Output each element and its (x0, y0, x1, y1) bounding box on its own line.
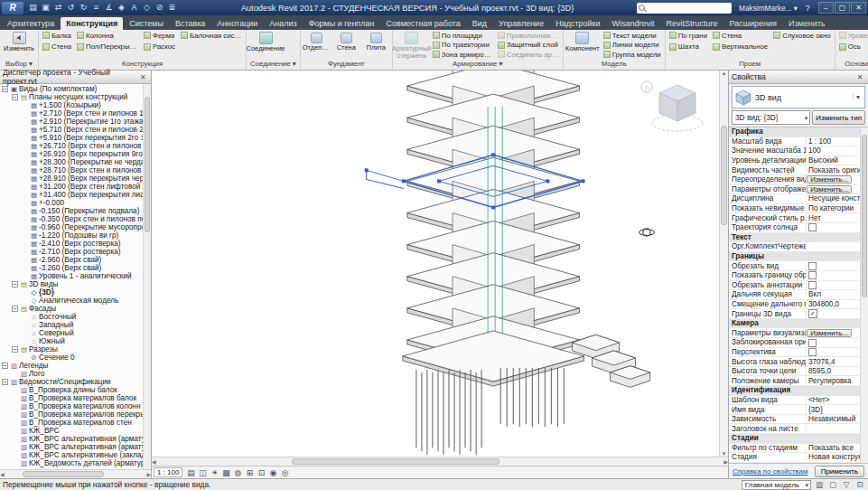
maximize-button[interactable]: ▢ (835, 2, 850, 14)
property-value[interactable] (807, 223, 868, 231)
tree-item[interactable]: +5.710 (Верх стен и пилонов 2го этажа) (0, 126, 151, 134)
viewcube[interactable]: ⌂ (639, 78, 708, 143)
property-value[interactable]: Изменить... (807, 185, 852, 193)
property-value[interactable]: Нет (807, 214, 868, 222)
tree-expander[interactable]: − (12, 306, 18, 312)
close-icon[interactable]: ✕ (854, 73, 865, 81)
tree-item[interactable]: +28.710 (Верх стен и пилонов чердака) (0, 166, 151, 174)
ribbon-tab[interactable]: Надстройки (550, 17, 605, 30)
tree-item[interactable]: − Фасады (0, 305, 151, 313)
tree-item[interactable]: − Легенды (0, 362, 151, 370)
tree-item[interactable]: − Планы несущих конструкций (0, 93, 151, 101)
crop-view-icon[interactable]: ⊞ (244, 467, 255, 478)
tree-item[interactable]: +2.710 (Верх стен и пилонов 1го этажа) (0, 109, 151, 118)
panel-footer-connection[interactable]: Соединение ▾ (248, 60, 298, 70)
property-value[interactable]: Показать все (807, 444, 868, 452)
tree-item[interactable]: +28.300 (Перекрытие не чердаке) (0, 158, 151, 166)
render-icon[interactable]: ◍ (232, 467, 243, 478)
tree-item[interactable]: {3D} (0, 288, 151, 297)
editable-only-icon[interactable]: ▢ (827, 480, 838, 489)
opening-tool-button[interactable]: По грани (667, 31, 709, 41)
sync-icon[interactable]: ⇄ (52, 2, 64, 14)
structure-tool-button[interactable]: Ферма (142, 31, 177, 41)
tree-item[interactable]: Сечение 0 (0, 353, 151, 362)
thin-lines-icon[interactable]: ≣ (166, 2, 178, 14)
undo-icon[interactable]: ↺ (65, 2, 77, 14)
foundation-tool-button[interactable]: Плита (362, 31, 390, 60)
tree-item[interactable]: В_Проверка длины балок (0, 386, 151, 394)
measure-icon[interactable]: ∡ (103, 2, 115, 14)
edit-type-button[interactable]: Изменить тип (812, 110, 865, 125)
tree-item[interactable]: +28.910 (Верх перекрытия чердака) (0, 174, 151, 183)
property-value[interactable]: 8595,0 (807, 367, 868, 375)
datum-tool-button[interactable]: Ось (837, 42, 868, 52)
tree-item[interactable]: Восточный (0, 313, 151, 321)
default-3d-view-icon[interactable]: ◇ (141, 2, 153, 14)
tag-icon[interactable]: ◈ (116, 2, 127, 14)
property-value[interactable]: Независимый (807, 415, 868, 423)
ribbon-tab[interactable]: Изменить (783, 17, 831, 30)
ribbon-tab[interactable]: Формы и генплан (303, 17, 380, 30)
tree-item[interactable]: -0.960 (Перекрытие мусоропровода) (0, 223, 151, 231)
reveal-hidden-icon[interactable]: ◎ (279, 467, 290, 478)
print-icon[interactable]: ≡ (90, 2, 102, 14)
property-value[interactable] (807, 309, 868, 318)
tree-item[interactable]: -3.260 (Верх свай) (0, 264, 151, 272)
property-value[interactable]: Изменить... (807, 329, 852, 337)
ribbon-tab[interactable]: Wisandrevit (607, 17, 660, 30)
tree-item[interactable]: -2.410 (Верх ростверка) (0, 240, 151, 248)
property-value[interactable]: Высокий (807, 156, 868, 165)
component-button[interactable]: Компонент (565, 31, 600, 60)
tree-expander[interactable]: − (2, 86, 8, 92)
text-icon[interactable]: A (128, 2, 140, 14)
ribbon-tab[interactable]: Анализ (264, 17, 302, 30)
tree-item[interactable]: +-0.000 (0, 199, 151, 207)
model-tool-button[interactable]: Линии модели (602, 41, 663, 51)
tree-item[interactable]: -0.150 (Перекрытие подвала) (0, 207, 151, 215)
tree-item[interactable]: +26.710 (Верх стен и пилонов 9го этажа) (0, 142, 151, 150)
select-toggle-icon[interactable]: ⊡ (854, 480, 865, 489)
property-value[interactable] (807, 338, 868, 346)
model-tool-button[interactable]: Текст модели (602, 31, 663, 41)
help-icon[interactable]: ? (801, 4, 814, 13)
tree-item[interactable]: +26.910 (Верх перекрытия 9го этажа) (0, 150, 151, 158)
tree-item[interactable]: Южный (0, 337, 151, 345)
structure-tool-button[interactable]: Раскос (142, 42, 177, 52)
ribbon-tab[interactable]: Аннотации (211, 17, 263, 30)
tree-item[interactable]: +31.200 (Верх стен лифтовой шахты) (0, 183, 151, 191)
structure-tool-button[interactable]: Колонна (75, 31, 140, 41)
ribbon-tab[interactable]: Конструкция (61, 17, 123, 30)
tree-item[interactable]: +5.910 (Верх перекрытия 2го этажа) (0, 134, 151, 142)
ribbon-tab[interactable]: Архитектура (2, 17, 60, 30)
property-value[interactable]: Показать оригинал (807, 166, 868, 174)
apply-button[interactable]: Применить (815, 466, 864, 477)
property-value[interactable] (807, 348, 868, 356)
tree-item[interactable]: +2.910 (Перекрытие 1го этажа) (0, 118, 151, 126)
tree-expander[interactable]: − (12, 281, 18, 287)
property-value[interactable]: 304800,0 (807, 300, 868, 308)
browser-vertical-scrollbar[interactable] (143, 84, 151, 469)
tree-item[interactable]: +1.500 (Козырьки) (0, 101, 151, 109)
sun-path-icon[interactable]: ☀ (209, 467, 219, 478)
property-value[interactable]: {3D} (807, 406, 868, 414)
tree-item[interactable]: -2.710 (Верх ростверка) (0, 248, 151, 256)
tree-item[interactable]: В_Проверка материалов перекрытий (0, 410, 151, 419)
close-button[interactable]: ✕ (851, 2, 866, 14)
tree-item[interactable]: Уровень 1 - аналитический (0, 272, 151, 280)
opening-tool-button[interactable]: Вертикальное (711, 42, 770, 52)
redo-icon[interactable]: ↻ (78, 2, 89, 14)
opening-tool-button[interactable]: Шахта (667, 42, 709, 52)
properties-help-link[interactable]: Справка по свойствам (733, 467, 807, 476)
ribbon-tab[interactable]: Системы (124, 17, 169, 30)
save-icon[interactable]: ▣ (40, 2, 51, 14)
property-value[interactable]: Изменить... (807, 175, 852, 184)
tree-expander[interactable]: − (12, 94, 18, 100)
rebar-button[interactable]: Арматурный стержень (395, 31, 429, 60)
ribbon-tab[interactable]: Расширения (724, 17, 782, 30)
foundation-tool-button[interactable]: Отдельный (303, 31, 331, 60)
tree-item[interactable]: − 3D виды (0, 280, 151, 288)
property-value[interactable]: Регулировка (807, 377, 868, 385)
tree-item[interactable]: КЖ_ВРС альтернативная (арматура, прокат) (0, 443, 151, 451)
property-value[interactable]: 1 : 100 (807, 137, 868, 146)
property-value[interactable]: 37076,4 (807, 358, 868, 366)
